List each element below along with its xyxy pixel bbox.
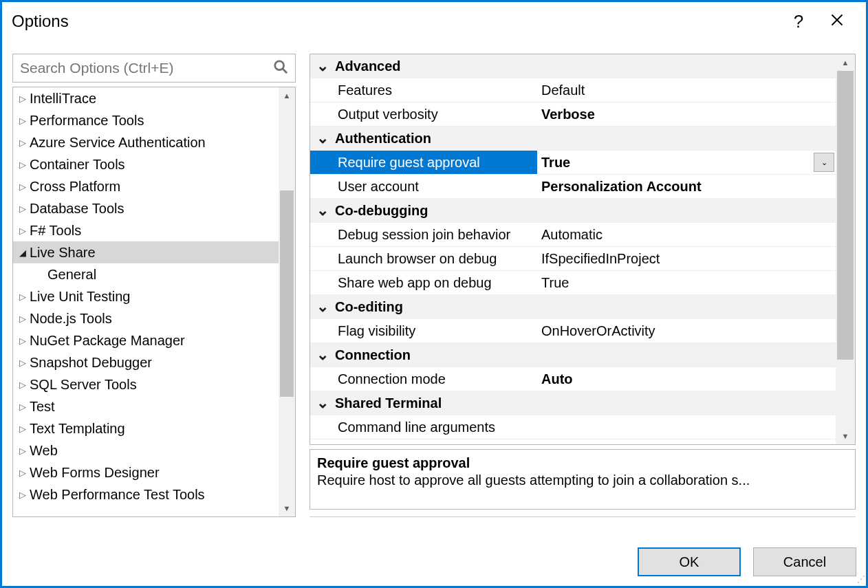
search-box[interactable] (12, 54, 296, 83)
tree-item[interactable]: ▷Container Tools (13, 153, 279, 175)
property-value[interactable]: Verbose (537, 107, 836, 122)
cancel-button[interactable]: Cancel (753, 547, 856, 576)
options-tree[interactable]: ▷IntelliTrace▷Performance Tools▷Azure Se… (12, 87, 296, 517)
tree-item[interactable]: General (13, 263, 279, 285)
chevron-right-icon[interactable]: ▷ (17, 468, 28, 478)
close-icon[interactable] (818, 13, 856, 30)
property-value[interactable]: True (537, 275, 836, 291)
chevron-right-icon[interactable]: ▷ (17, 380, 28, 390)
tree-item[interactable]: ▷Web Forms Designer (13, 461, 279, 483)
property-grid[interactable]: ⌄AdvancedFeaturesDefaultOutput verbosity… (310, 54, 856, 445)
scroll-up-icon[interactable]: ▲ (279, 87, 295, 104)
property-name: Features (310, 83, 537, 98)
chevron-right-icon[interactable]: ▷ (17, 226, 28, 236)
tree-item[interactable]: ▷Cross Platform (13, 175, 279, 197)
property-row[interactable]: Flag visibilityOnHoverOrActivity (310, 319, 836, 343)
propgrid-scrollbar[interactable]: ▲ ▼ (836, 54, 855, 444)
property-row[interactable]: FeaturesDefault (310, 78, 836, 102)
tree-item-label: Database Tools (28, 201, 124, 217)
scroll-thumb[interactable] (280, 190, 294, 397)
chevron-right-icon[interactable]: ▷ (17, 94, 28, 104)
tree-item[interactable]: ▷SQL Server Tools (13, 373, 279, 395)
description-text: Require host to approve all guests attem… (317, 472, 848, 488)
chevron-right-icon[interactable]: ▷ (17, 204, 28, 214)
category-label: Co-debugging (335, 203, 836, 219)
property-value[interactable]: Personalization Account (537, 179, 836, 195)
property-value[interactable]: IfSpecifiedInProject (537, 251, 836, 267)
property-category[interactable]: ⌄Shared Terminal (310, 391, 836, 415)
chevron-down-icon[interactable]: ⌄ (310, 206, 335, 215)
property-name: Flag visibility (310, 323, 537, 339)
chevron-right-icon[interactable]: ▷ (17, 336, 28, 346)
property-row[interactable]: Connection modeAuto (310, 367, 836, 391)
tree-item[interactable]: ▷Live Unit Testing (13, 285, 279, 307)
tree-item-label: General (46, 267, 96, 283)
tree-item[interactable]: ▷Text Templating (13, 417, 279, 439)
tree-item[interactable]: ▷NuGet Package Manager (13, 329, 279, 351)
property-value[interactable]: OnHoverOrActivity (537, 323, 836, 339)
chevron-right-icon[interactable]: ▷ (17, 314, 28, 324)
tree-item[interactable]: ▷Performance Tools (13, 109, 279, 131)
property-category[interactable]: ⌄Co-debugging (310, 199, 836, 223)
chevron-right-icon[interactable]: ▷ (17, 424, 28, 434)
property-row[interactable]: User accountPersonalization Account (310, 175, 836, 199)
property-row[interactable]: Require guest approvalTrue⌄ (310, 151, 836, 175)
property-category[interactable]: ⌄Authentication (310, 127, 836, 151)
tree-item-label: Web Performance Test Tools (28, 487, 205, 503)
chevron-right-icon[interactable]: ▷ (17, 402, 28, 412)
chevron-right-icon[interactable]: ▷ (17, 490, 28, 500)
tree-item-label: Azure Service Authentication (28, 135, 206, 151)
chevron-down-icon[interactable]: ⌄ (310, 350, 335, 360)
tree-item-label: Cross Platform (28, 179, 120, 195)
tree-item[interactable]: ▷Test (13, 395, 279, 417)
help-icon[interactable]: ? (779, 11, 818, 32)
chevron-right-icon[interactable]: ▷ (17, 116, 28, 126)
property-row[interactable]: Launch browser on debugIfSpecifiedInProj… (310, 247, 836, 271)
tree-item-label: Web Forms Designer (28, 465, 160, 481)
tree-item[interactable]: ▷Web (13, 439, 279, 461)
property-value[interactable]: Default (537, 83, 836, 98)
property-row[interactable]: Share web app on debugTrue (310, 271, 836, 295)
chevron-down-icon[interactable]: ⌄ (310, 398, 335, 408)
property-value[interactable]: Auto (537, 371, 836, 387)
resize-grip-icon[interactable]: ⋰ (857, 574, 864, 584)
dropdown-icon[interactable]: ⌄ (814, 153, 834, 172)
ok-button[interactable]: OK (638, 547, 741, 576)
chevron-right-icon[interactable]: ▷ (17, 446, 28, 456)
chevron-right-icon[interactable]: ▷ (17, 160, 28, 170)
chevron-down-icon[interactable]: ⌄ (310, 61, 335, 71)
tree-item[interactable]: ▷Database Tools (13, 197, 279, 219)
property-category[interactable]: ⌄Advanced (310, 54, 836, 78)
scroll-thumb[interactable] (837, 71, 854, 360)
property-row[interactable]: Output verbosityVerbose (310, 102, 836, 127)
chevron-down-icon[interactable]: ◢ (17, 248, 28, 258)
tree-item[interactable]: ▷Azure Service Authentication (13, 131, 279, 153)
property-value[interactable]: Automatic (537, 227, 836, 243)
property-name: Require guest approval (310, 151, 537, 174)
tree-item[interactable]: ▷Snapshot Debugger (13, 351, 279, 373)
tree-scrollbar[interactable]: ▲ ▼ (279, 87, 295, 516)
scroll-up-icon[interactable]: ▲ (836, 54, 855, 71)
category-label: Authentication (335, 131, 836, 146)
tree-item[interactable]: ▷Node.js Tools (13, 307, 279, 329)
property-category[interactable]: ⌄Connection (310, 343, 836, 367)
tree-item[interactable]: ▷IntelliTrace (13, 87, 279, 109)
scroll-down-icon[interactable]: ▼ (836, 428, 855, 444)
property-row[interactable]: Debug session join behaviorAutomatic (310, 223, 836, 247)
scroll-down-icon[interactable]: ▼ (279, 500, 295, 516)
search-input[interactable] (20, 60, 273, 76)
chevron-right-icon[interactable]: ▷ (17, 138, 28, 148)
property-value[interactable]: True (537, 155, 814, 171)
separator (310, 516, 856, 517)
tree-item[interactable]: ▷F# Tools (13, 219, 279, 241)
chevron-right-icon[interactable]: ▷ (17, 292, 28, 302)
chevron-down-icon[interactable]: ⌄ (310, 133, 335, 143)
tree-item[interactable]: ◢Live Share (13, 241, 279, 263)
property-row[interactable]: Command line arguments (310, 415, 836, 439)
chevron-right-icon[interactable]: ▷ (17, 358, 28, 368)
property-category[interactable]: ⌄Co-editing (310, 295, 836, 319)
chevron-down-icon[interactable]: ⌄ (310, 302, 335, 312)
tree-item[interactable]: ▷Web Performance Test Tools (13, 483, 279, 505)
property-name: Command line arguments (310, 420, 537, 435)
chevron-right-icon[interactable]: ▷ (17, 182, 28, 192)
